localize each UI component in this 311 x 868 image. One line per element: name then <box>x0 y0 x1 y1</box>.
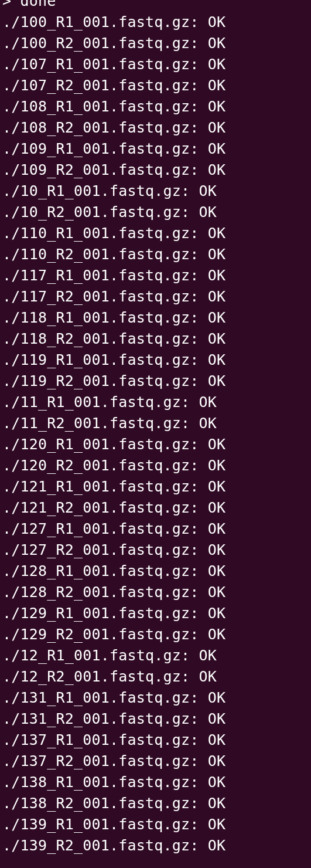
result-line: ./109_R1_001.fastq.gz: OK <box>2 138 309 160</box>
result-line: ./118_R2_001.fastq.gz: OK <box>2 328 309 350</box>
result-line: ./138_R2_001.fastq.gz: OK <box>2 793 309 814</box>
result-line: ./118_R1_001.fastq.gz: OK <box>2 307 309 328</box>
result-line: ./121_R2_001.fastq.gz: OK <box>2 497 309 518</box>
result-line: ./137_R1_001.fastq.gz: OK <box>2 730 309 751</box>
terminal-output[interactable]: > done./100_R1_001.fastq.gz: OK./100_R2_… <box>0 0 311 856</box>
result-line: ./138_R1_001.fastq.gz: OK <box>2 772 309 793</box>
result-line: ./12_R2_001.fastq.gz: OK <box>2 666 309 687</box>
result-line: ./109_R2_001.fastq.gz: OK <box>2 160 309 181</box>
result-line: ./100_R1_001.fastq.gz: OK <box>2 12 309 33</box>
result-line: ./139_R1_001.fastq.gz: OK <box>2 814 309 835</box>
result-line: ./127_R2_001.fastq.gz: OK <box>2 540 309 561</box>
result-line: ./108_R1_001.fastq.gz: OK <box>2 96 309 117</box>
result-line: ./120_R2_001.fastq.gz: OK <box>2 455 309 476</box>
result-line: ./120_R1_001.fastq.gz: OK <box>2 434 309 455</box>
result-line: ./110_R1_001.fastq.gz: OK <box>2 223 309 244</box>
results-container: ./100_R1_001.fastq.gz: OK./100_R2_001.fa… <box>2 12 309 856</box>
result-line: ./139_R2_001.fastq.gz: OK <box>2 835 309 856</box>
result-line: ./128_R2_001.fastq.gz: OK <box>2 582 309 603</box>
result-line: ./131_R2_001.fastq.gz: OK <box>2 708 309 730</box>
result-line: ./10_R2_001.fastq.gz: OK <box>2 202 309 223</box>
result-line: ./117_R2_001.fastq.gz: OK <box>2 286 309 307</box>
result-line: ./108_R2_001.fastq.gz: OK <box>2 117 309 138</box>
result-line: ./11_R1_001.fastq.gz: OK <box>2 392 309 413</box>
result-line: ./11_R2_001.fastq.gz: OK <box>2 413 309 434</box>
result-line: ./137_R2_001.fastq.gz: OK <box>2 751 309 772</box>
result-line: ./121_R1_001.fastq.gz: OK <box>2 476 309 497</box>
result-line: ./127_R1_001.fastq.gz: OK <box>2 518 309 540</box>
result-line: ./110_R2_001.fastq.gz: OK <box>2 244 309 265</box>
result-line: ./107_R2_001.fastq.gz: OK <box>2 75 309 96</box>
result-line: ./119_R2_001.fastq.gz: OK <box>2 371 309 392</box>
result-line: ./10_R1_001.fastq.gz: OK <box>2 181 309 202</box>
result-line: ./129_R2_001.fastq.gz: OK <box>2 624 309 645</box>
result-line: ./128_R1_001.fastq.gz: OK <box>2 561 309 582</box>
result-line: ./12_R1_001.fastq.gz: OK <box>2 645 309 666</box>
prompt-line: > done <box>2 0 309 12</box>
result-line: ./117_R1_001.fastq.gz: OK <box>2 265 309 286</box>
result-line: ./100_R2_001.fastq.gz: OK <box>2 33 309 54</box>
result-line: ./107_R1_001.fastq.gz: OK <box>2 54 309 75</box>
result-line: ./129_R1_001.fastq.gz: OK <box>2 603 309 624</box>
result-line: ./131_R1_001.fastq.gz: OK <box>2 687 309 708</box>
result-line: ./119_R1_001.fastq.gz: OK <box>2 350 309 371</box>
